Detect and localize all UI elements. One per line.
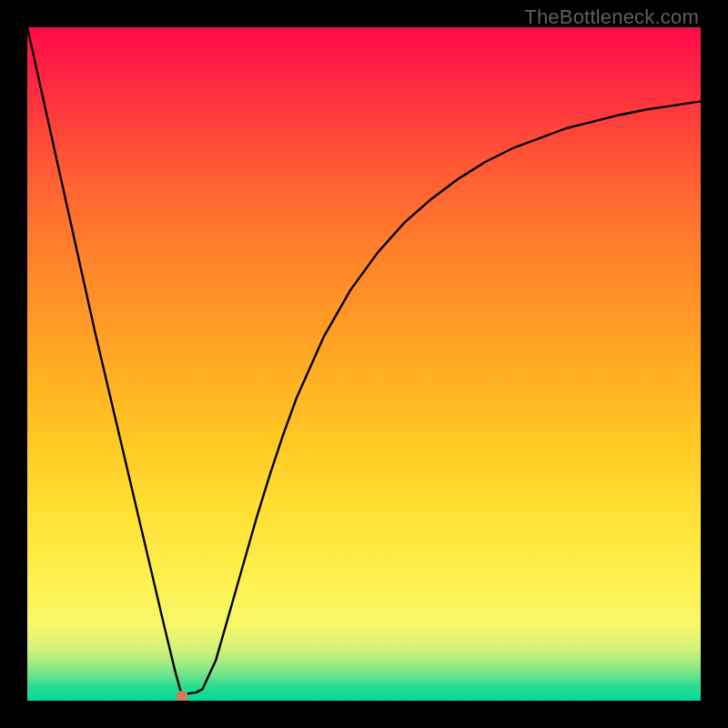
bottleneck-curve (27, 27, 701, 697)
curve-svg (27, 27, 701, 701)
watermark-text: TheBottleneck.com (524, 5, 699, 29)
optimal-point-marker (177, 691, 188, 701)
chart-frame: TheBottleneck.com (0, 0, 728, 728)
plot-area (27, 27, 701, 701)
